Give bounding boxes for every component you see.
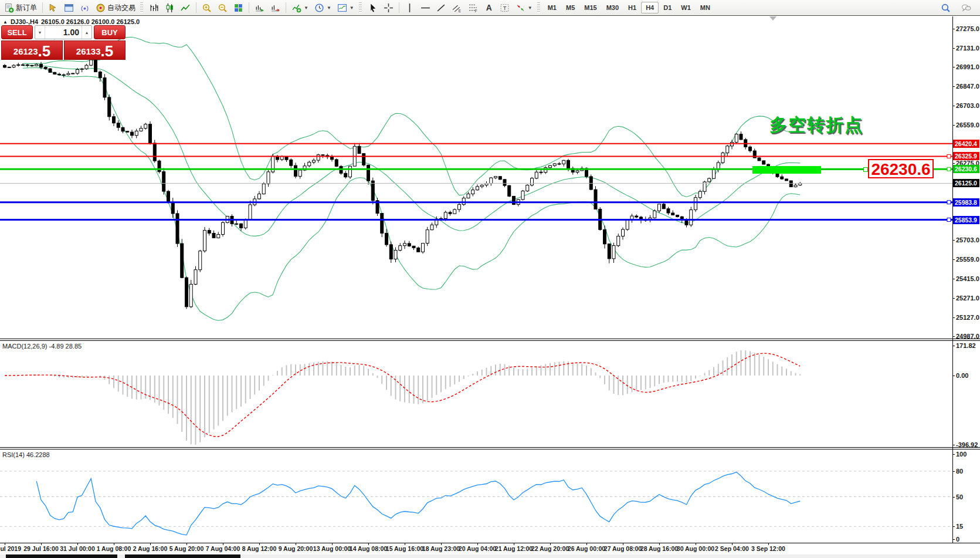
candle-body <box>540 172 542 173</box>
sell-button[interactable]: SELL <box>1 25 33 39</box>
new-order-button[interactable]: 新订单 <box>1 1 40 15</box>
volume-stepper[interactable]: ▼ 1.00 ▲ <box>35 25 92 39</box>
timeframe-m15-button[interactable]: M15 <box>579 2 601 13</box>
channel-icon: E <box>452 3 462 13</box>
candle-body <box>444 212 447 219</box>
auto-trading-button[interactable]: 自动交易 <box>93 1 138 15</box>
timeframe-w1-button[interactable]: W1 <box>676 2 696 13</box>
timeframe-h4-button[interactable]: H4 <box>641 2 659 13</box>
text-label-button[interactable]: T <box>497 1 513 15</box>
candle-body <box>58 74 61 75</box>
candle-body <box>240 224 243 228</box>
line-chart-button[interactable] <box>178 1 194 15</box>
axis-tick <box>952 106 955 106</box>
timeframe-h1-button[interactable]: H1 <box>623 2 641 13</box>
volume-value[interactable]: 1.00 <box>45 26 82 39</box>
candle-body <box>617 236 620 246</box>
chevron-down-icon: ▼ <box>327 5 331 11</box>
auto-scroll-button[interactable] <box>252 1 267 15</box>
chat-button[interactable] <box>958 1 974 15</box>
candle-body <box>285 157 288 160</box>
timeframes-button[interactable]: ▼ <box>311 1 334 15</box>
hline-handle[interactable] <box>947 218 951 222</box>
arrows-icon <box>516 3 525 13</box>
signals-button[interactable] <box>77 1 93 15</box>
timeframe-m1-button[interactable]: M1 <box>543 2 561 13</box>
candle-body <box>462 198 465 205</box>
axis-tick <box>952 259 955 260</box>
arrows-button[interactable]: ▼ <box>513 1 535 15</box>
rsi-line <box>36 472 800 535</box>
macd-pane[interactable] <box>0 341 952 447</box>
green-highlight-bar[interactable] <box>752 166 821 174</box>
volume-decrease-icon[interactable]: ▼ <box>35 26 45 39</box>
trend-line-button[interactable] <box>433 1 449 15</box>
toolbar-grip[interactable] <box>537 2 540 13</box>
callout-handle[interactable] <box>863 167 868 172</box>
candle-body <box>713 170 715 178</box>
candle-body <box>344 173 347 177</box>
taskbar-segment <box>125 554 240 558</box>
bollinger-lower-band <box>23 67 800 320</box>
zoom-in-button[interactable] <box>199 1 215 15</box>
zoom-out-button[interactable] <box>215 1 230 15</box>
timeframe-mn-button[interactable]: MN <box>696 2 715 13</box>
toolbar-separator <box>399 2 399 13</box>
candlestick-chart-button[interactable] <box>162 1 178 15</box>
price-callout-label[interactable]: 26230.6 <box>868 159 934 178</box>
pane-separator[interactable] <box>0 339 980 341</box>
chart-shift-marker-icon[interactable] <box>769 16 776 21</box>
bar-chart-button[interactable] <box>146 1 162 15</box>
hline-handle[interactable] <box>947 167 951 171</box>
candle-body <box>480 185 483 187</box>
hline-handle[interactable] <box>947 154 951 158</box>
volume-increase-icon[interactable]: ▲ <box>82 26 91 39</box>
rsi-pane[interactable] <box>0 450 952 543</box>
templates-button[interactable]: ▼ <box>334 1 357 15</box>
collapse-triangle-icon[interactable]: ▲ <box>3 19 8 25</box>
price-tick-label: 26847.0 <box>956 83 979 90</box>
timeframe-d1-button[interactable]: D1 <box>659 2 676 13</box>
timeframe-m5-button[interactable]: M5 <box>561 2 579 13</box>
chart-shift-icon <box>270 3 280 13</box>
rsi-tick-label: 0 <box>956 536 959 543</box>
svg-text:F: F <box>474 8 477 12</box>
turning-point-annotation[interactable]: 多空转折点 <box>769 113 863 137</box>
candle-body <box>558 164 561 164</box>
sell-price[interactable]: 26123 .5 <box>1 40 63 60</box>
cursor-button[interactable] <box>365 1 381 15</box>
vertical-line-button[interactable] <box>402 1 418 15</box>
candle-body <box>267 172 270 184</box>
data-window-button[interactable] <box>61 1 77 15</box>
horizontal-line-button[interactable] <box>418 1 433 15</box>
hline-handle[interactable] <box>947 201 951 204</box>
fibonacci-button[interactable]: F <box>465 1 481 15</box>
timeframe-m30-button[interactable]: M30 <box>602 2 623 13</box>
chart-shift-button[interactable] <box>267 1 283 15</box>
price-chart-pane[interactable] <box>0 16 952 339</box>
market-watch-button[interactable] <box>45 1 61 15</box>
equidistant-channel-button[interactable]: E <box>449 1 465 15</box>
candle-body <box>762 161 765 164</box>
buy-price[interactable]: 26133 .5 <box>64 40 126 60</box>
candle-body <box>576 171 579 173</box>
candle-body <box>212 234 215 238</box>
axis-tick <box>952 317 955 318</box>
time-tick-label: 26 Aug 00:00 <box>568 545 605 552</box>
crosshair-button[interactable] <box>381 1 396 15</box>
candle-body <box>35 65 38 66</box>
buy-button[interactable]: BUY <box>94 25 126 39</box>
indicators-button[interactable]: ▼ <box>289 1 311 15</box>
toolbar-grip[interactable] <box>140 2 143 13</box>
candle-body <box>403 244 406 246</box>
candle-body <box>208 231 211 234</box>
text-button[interactable]: A <box>481 1 497 15</box>
tile-windows-button[interactable] <box>230 1 246 15</box>
toolbar-grip[interactable] <box>359 2 362 13</box>
market-watch-icon <box>48 3 58 13</box>
svg-text:A: A <box>486 3 491 12</box>
time-tick-label: 28 Aug 16:00 <box>640 545 678 552</box>
pane-separator[interactable] <box>0 447 980 449</box>
search-button[interactable] <box>938 1 954 15</box>
indicators-icon <box>291 3 301 13</box>
